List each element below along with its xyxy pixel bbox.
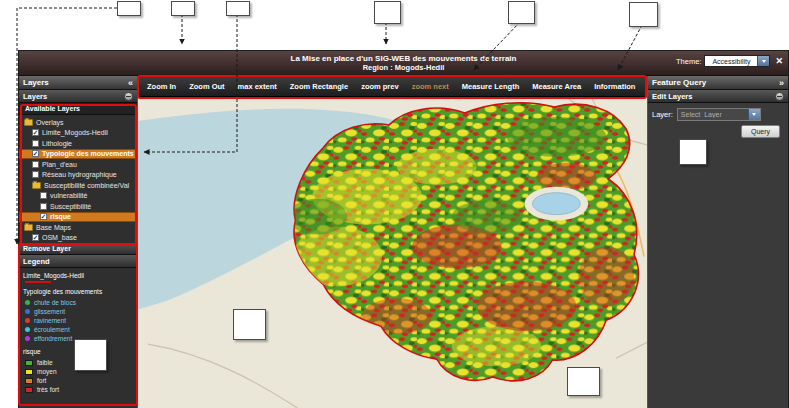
legend-header[interactable]: Legend [19, 255, 137, 268]
available-layers-header: Available Layers [19, 103, 137, 115]
accordion-collapse-icon[interactable] [124, 92, 133, 101]
legend-item: faible [23, 358, 133, 367]
checkbox-icon[interactable]: ✓ [32, 234, 39, 241]
layer-tree-item[interactable]: Plan_d'eau [19, 159, 137, 170]
layer-tree-item[interactable]: ✓ Limite_Mogods-Hedil [19, 128, 137, 139]
checkbox-icon[interactable] [32, 171, 39, 178]
legend-item: écroulement [23, 325, 133, 334]
legend-typology-title: Typologie des mouvements [23, 288, 133, 295]
layer-tree-item[interactable]: Lithologie [19, 138, 137, 149]
layer-select-row: Layer: Select_Layer [652, 108, 784, 121]
layer-tree-item[interactable]: Susceptibilité [19, 201, 137, 212]
chevron-down-icon[interactable] [757, 56, 769, 66]
legend-item-label: moyen [37, 368, 57, 375]
legend-square-swatch [25, 360, 33, 366]
remove-layer-button[interactable]: Remove Layer [19, 243, 137, 255]
legend-square-swatch [25, 369, 33, 375]
page-subtitle: Region : Mogods-Hedil [19, 63, 788, 72]
zoom-in-button[interactable]: Zoom In [147, 82, 176, 91]
legend-item-label: écroulement [34, 326, 70, 333]
checkbox-icon[interactable]: ✓ [40, 213, 47, 220]
max-extent-button[interactable]: max extent [238, 82, 277, 91]
app-content: Layers « Layers Available Layers Overlay… [19, 76, 788, 408]
layers-panel-title: Layers [23, 78, 49, 87]
checkbox-icon[interactable] [40, 203, 47, 210]
arrow-glyph [762, 60, 766, 63]
layer-field-label: Layer: [652, 110, 673, 119]
layer-tree-item[interactable]: ✓ OSM_base [19, 233, 137, 244]
legend-item: effondrement [23, 334, 133, 343]
tree-item-label: Limite_Mogods-Hedil [42, 129, 108, 136]
layer-tree-folder-basemaps[interactable]: Base Maps [19, 222, 137, 233]
legend-item-label: glissement [34, 308, 65, 315]
map-column: Zoom In Zoom Out max extent Zoom Rectang… [138, 76, 647, 408]
title-bar: La Mise en place d'un SIG-WEB des mouvem… [19, 51, 788, 76]
edit-layers-header[interactable]: Edit Layers [648, 90, 788, 103]
chevron-down-icon[interactable] [748, 109, 760, 120]
folder-icon [24, 119, 33, 126]
legend-dot-swatch [25, 318, 30, 323]
legend-item-label: chute de blocs [34, 299, 76, 306]
edit-layers-body: Layer: Select_Layer Query [648, 103, 788, 143]
feature-query-header[interactable]: Feature Query » [648, 76, 788, 90]
layer-combobox[interactable]: Select_Layer [677, 108, 761, 121]
layer-tree-item-selected[interactable]: ✓ Typologie des mouvements [19, 149, 137, 160]
legend-item-label: ravinement [34, 317, 66, 324]
collapse-left-icon[interactable]: « [128, 78, 133, 88]
legend-item: très fort [23, 385, 133, 394]
legend-item: moyen [23, 367, 133, 376]
tree-item-label: Plan_d'eau [42, 161, 77, 168]
accordion-collapse-icon[interactable] [775, 92, 784, 101]
check-glyph: ✓ [33, 151, 38, 157]
tree-item-label: Base Maps [36, 224, 71, 231]
checkbox-icon[interactable] [40, 192, 47, 199]
theme-combobox[interactable]: Accessibility [704, 55, 770, 67]
layer-tree-folder-overlays[interactable]: Overlays [19, 117, 137, 128]
measure-length-button[interactable]: Measure Length [462, 82, 520, 91]
app-window: La Mise en place d'un SIG-WEB des mouvem… [18, 50, 789, 408]
check-glyph: ✓ [33, 235, 38, 241]
collapse-right-icon[interactable]: » [779, 78, 784, 88]
checkbox-icon[interactable] [32, 140, 39, 147]
layer-tree-folder-susceptibilite[interactable]: Susceptibilité combinée/Val [19, 180, 137, 191]
information-button[interactable]: Information [594, 82, 635, 91]
layer-tree-item-selected[interactable]: ✓ risque [19, 212, 137, 223]
layers-panel-header[interactable]: Layers « [19, 76, 137, 90]
legend-item: chute de blocs [23, 298, 133, 307]
zoom-rectangle-button[interactable]: Zoom Rectangle [290, 82, 348, 91]
zoom-out-button[interactable]: Zoom Out [189, 82, 224, 91]
layers-accordion-header[interactable]: Layers [19, 90, 137, 103]
folder-icon [24, 224, 33, 231]
layer-tree-item[interactable]: vulnerabilité [19, 191, 137, 202]
zoom-next-button: zoom next [412, 82, 449, 91]
tree-item-label: Susceptibilité [50, 203, 91, 210]
legend-item-label: très fort [37, 386, 59, 393]
legend-body: Limite_Mogods-Hedil Typologie des mouvem… [19, 268, 137, 408]
legend-item: glissement [23, 307, 133, 316]
check-glyph: ✓ [33, 130, 38, 136]
map-canvas [138, 97, 647, 408]
layers-panel: Layers « Layers Available Layers Overlay… [19, 76, 138, 408]
checkbox-icon[interactable]: ✓ [32, 150, 39, 157]
map-viewport[interactable] [138, 97, 647, 408]
legend-square-swatch [25, 387, 33, 393]
query-button[interactable]: Query [741, 125, 780, 138]
legend-item-label: faible [37, 359, 53, 366]
legend-item-label: effondrement [34, 335, 72, 342]
legend-dot-swatch [25, 300, 30, 305]
close-icon[interactable]: ✕ [775, 56, 783, 66]
measure-area-button[interactable]: Measure Area [532, 82, 581, 91]
edit-layers-title: Edit Layers [652, 92, 692, 101]
checkbox-icon[interactable] [32, 161, 39, 168]
tree-item-label: vulnerabilité [50, 192, 87, 199]
legend-title: Legend [23, 257, 50, 266]
tree-item-label: risque [50, 213, 71, 220]
zoom-prev-button[interactable]: zoom prev [361, 82, 399, 91]
tree-item-label: Réseau hydrographique [42, 171, 117, 178]
layer-combobox-value: Select_Layer [678, 111, 748, 118]
layer-tree: Overlays ✓ Limite_Mogods-Hedil Lithologi… [19, 115, 137, 243]
checkbox-icon[interactable]: ✓ [32, 129, 39, 136]
layer-tree-item[interactable]: Réseau hydrographique [19, 170, 137, 181]
feature-query-panel: Feature Query » Edit Layers Layer: Selec… [647, 76, 788, 408]
annotation-callout [508, 1, 535, 24]
